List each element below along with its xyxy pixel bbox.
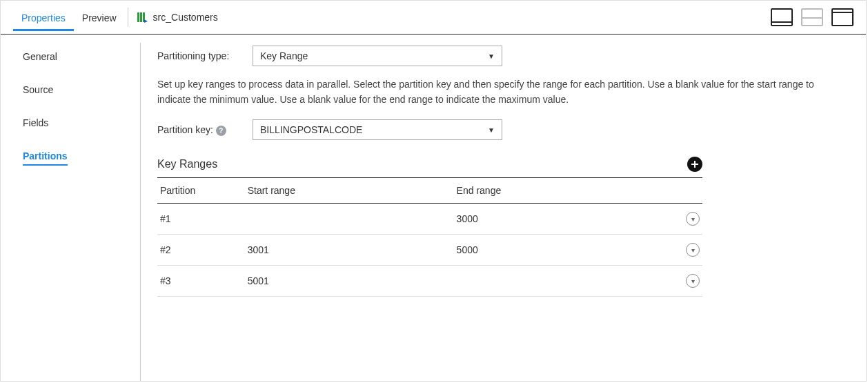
cell-start-range[interactable]	[245, 204, 454, 235]
column-end-range: End range	[454, 178, 663, 204]
layout-split-button[interactable]	[801, 8, 823, 26]
key-ranges-table: Partition Start range End range #1 3000 …	[157, 177, 702, 297]
cell-partition: #1	[157, 204, 245, 235]
partitioning-type-value: Key Range	[260, 50, 308, 61]
cell-end-range[interactable]: 5000	[454, 235, 663, 266]
cell-end-range[interactable]: 3000	[454, 204, 663, 235]
partition-key-select[interactable]: BILLINGPOSTALCODE ▼	[253, 119, 502, 140]
row-menu-button[interactable]: ▾	[686, 243, 700, 257]
row-menu-button[interactable]: ▾	[686, 274, 700, 288]
breadcrumb-label: src_Customers	[153, 12, 218, 23]
info-icon[interactable]: ?	[216, 126, 226, 136]
partitioning-type-select[interactable]: Key Range ▼	[253, 46, 502, 66]
partition-key-label-text: Partition key:	[157, 124, 213, 135]
table-row: #3 5001 ▾	[157, 266, 702, 297]
sidebar: General Source Fields Partitions	[1, 35, 140, 382]
cell-end-range[interactable]	[454, 266, 663, 297]
partitioning-type-row: Partitioning type: Key Range ▼	[157, 46, 841, 66]
cell-start-range[interactable]: 5001	[245, 266, 454, 297]
column-actions	[663, 178, 702, 204]
tab-divider	[128, 8, 128, 27]
top-tabstrip: Properties Preview src_Customers	[1, 1, 866, 35]
layout-bottom-button[interactable]	[771, 8, 793, 26]
chevron-down-icon: ▼	[488, 52, 495, 60]
key-ranges-header: Key Ranges	[157, 157, 702, 172]
layout-top-button[interactable]	[831, 8, 854, 26]
partition-key-value: BILLINGPOSTALCODE	[260, 124, 362, 135]
table-row: #2 3001 5000 ▾	[157, 235, 702, 266]
partitioning-help-text: Set up key ranges to process data in par…	[157, 77, 820, 107]
plus-icon	[691, 160, 699, 168]
column-start-range: Start range	[245, 178, 454, 204]
partition-key-label: Partition key: ?	[157, 124, 240, 136]
svg-rect-4	[691, 164, 698, 165]
table-row: #1 3000 ▾	[157, 204, 702, 235]
sidebar-item-source[interactable]: Source	[23, 84, 53, 98]
column-partition: Partition	[157, 178, 245, 204]
sidebar-item-partitions[interactable]: Partitions	[23, 150, 68, 166]
key-ranges-title: Key Ranges	[157, 158, 217, 170]
cell-partition: #2	[157, 235, 245, 266]
cell-partition: #3	[157, 266, 245, 297]
svg-rect-0	[137, 12, 139, 22]
svg-rect-1	[140, 12, 142, 22]
sidebar-item-fields[interactable]: Fields	[23, 117, 48, 131]
source-object-icon	[137, 12, 148, 23]
cell-start-range[interactable]: 3001	[245, 235, 454, 266]
panel-body: General Source Fields Partitions Partiti…	[1, 35, 866, 382]
table-header-row: Partition Start range End range	[157, 178, 702, 204]
partition-key-row: Partition key: ? BILLINGPOSTALCODE ▼	[157, 119, 841, 140]
partitions-content: Partitioning type: Key Range ▼ Set up ke…	[140, 43, 866, 382]
row-menu-button[interactable]: ▾	[686, 212, 700, 226]
partitioning-type-label: Partitioning type:	[157, 50, 240, 61]
layout-button-group	[771, 8, 854, 26]
tab-properties[interactable]: Properties	[13, 4, 74, 30]
add-partition-button[interactable]	[687, 157, 702, 172]
tab-preview[interactable]: Preview	[74, 4, 125, 30]
properties-panel: Properties Preview src_Customers	[0, 0, 867, 382]
breadcrumb: src_Customers	[137, 12, 218, 23]
chevron-down-icon: ▼	[488, 126, 495, 134]
sidebar-item-general[interactable]: General	[23, 51, 57, 65]
key-ranges-section: Key Ranges Partition Start range End	[157, 157, 702, 297]
